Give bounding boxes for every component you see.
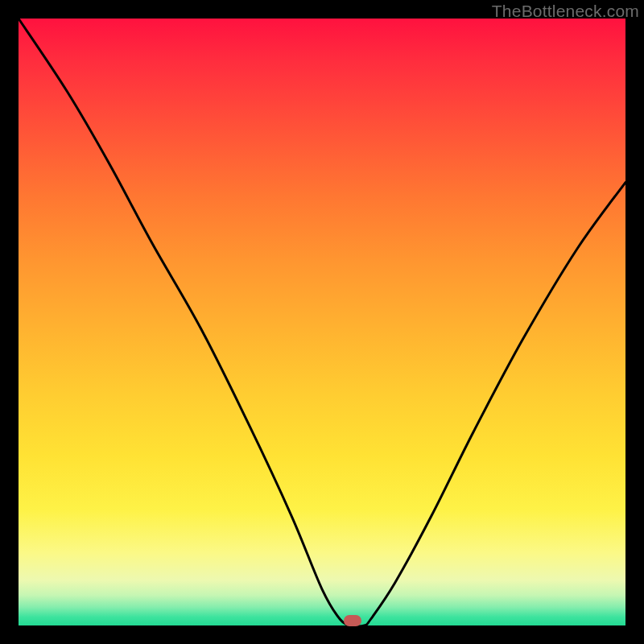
optimal-marker [344,615,361,626]
chart-frame: TheBottleneck.com [0,0,644,644]
watermark-text: TheBottleneck.com [492,2,639,21]
bottleneck-curve [0,0,644,644]
